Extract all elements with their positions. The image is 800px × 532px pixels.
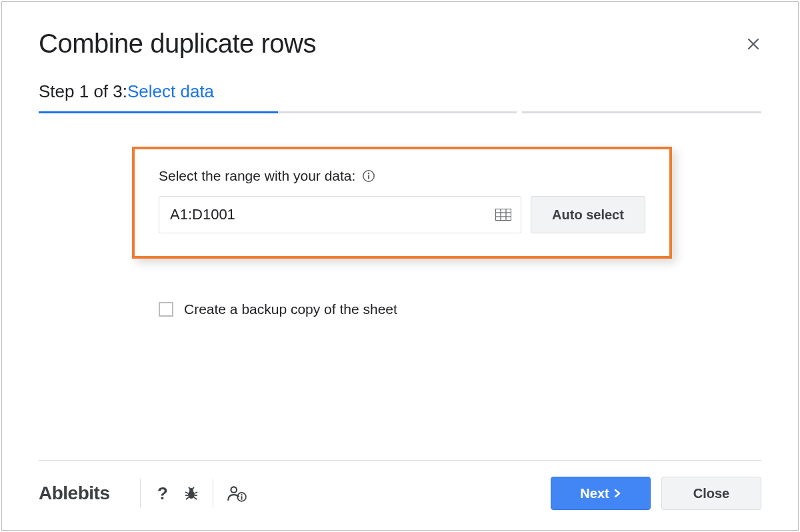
help-button[interactable]: ? bbox=[154, 485, 171, 502]
footer-right: Next Close bbox=[551, 477, 761, 510]
range-highlight-box: Select the range with your data: bbox=[132, 147, 672, 259]
divider bbox=[213, 479, 213, 508]
chevron-right-icon bbox=[613, 489, 621, 497]
step-prefix: Step 1 of 3: bbox=[39, 81, 127, 102]
bug-icon bbox=[183, 485, 199, 501]
range-input-row: Auto select bbox=[159, 196, 645, 233]
step-highlight: Select data bbox=[127, 81, 214, 102]
footer-left: Ablebits ? bbox=[39, 479, 247, 508]
help-icon: ? bbox=[154, 485, 171, 502]
range-input[interactable] bbox=[169, 205, 495, 224]
svg-line-17 bbox=[189, 487, 190, 489]
svg-point-1 bbox=[368, 173, 370, 175]
auto-select-button[interactable]: Auto select bbox=[531, 196, 645, 233]
content-area: Select the range with your data: bbox=[39, 113, 761, 460]
svg-line-16 bbox=[194, 497, 197, 499]
backup-label: Create a backup copy of the sheet bbox=[184, 301, 397, 317]
svg-rect-22 bbox=[241, 496, 243, 499]
dialog-footer: Ablebits ? bbox=[39, 460, 761, 510]
bug-report-button[interactable] bbox=[183, 485, 199, 501]
backup-row: Create a backup copy of the sheet bbox=[159, 301, 761, 317]
dialog-title: Combine duplicate rows bbox=[39, 29, 316, 59]
svg-text:?: ? bbox=[158, 485, 169, 502]
step-indicator: Step 1 of 3: Select data bbox=[39, 81, 761, 102]
brand-logo: Ablebits bbox=[39, 483, 127, 504]
close-icon bbox=[745, 36, 761, 52]
svg-line-18 bbox=[193, 487, 194, 489]
svg-point-19 bbox=[231, 487, 237, 493]
info-icon[interactable] bbox=[362, 169, 375, 183]
svg-rect-2 bbox=[368, 175, 369, 179]
svg-line-15 bbox=[186, 497, 189, 499]
account-info-button[interactable] bbox=[227, 485, 247, 502]
close-footer-button[interactable]: Close bbox=[661, 477, 761, 510]
svg-line-11 bbox=[185, 492, 188, 493]
dialog-header: Combine duplicate rows bbox=[39, 29, 761, 59]
dialog-combine-duplicate-rows: Combine duplicate rows Step 1 of 3: Sele… bbox=[1, 1, 799, 531]
next-button-label: Next bbox=[580, 486, 609, 501]
range-label-row: Select the range with your data: bbox=[159, 168, 645, 184]
divider bbox=[140, 479, 141, 508]
grid-selector-icon[interactable] bbox=[495, 209, 511, 221]
svg-line-12 bbox=[195, 492, 197, 493]
account-info-icon bbox=[227, 485, 247, 502]
range-input-wrap[interactable] bbox=[159, 196, 521, 233]
svg-point-21 bbox=[241, 494, 243, 495]
close-button[interactable] bbox=[745, 36, 761, 52]
backup-checkbox[interactable] bbox=[159, 302, 173, 317]
svg-rect-3 bbox=[496, 209, 511, 221]
next-button[interactable]: Next bbox=[551, 477, 651, 510]
range-label: Select the range with your data: bbox=[159, 168, 355, 184]
